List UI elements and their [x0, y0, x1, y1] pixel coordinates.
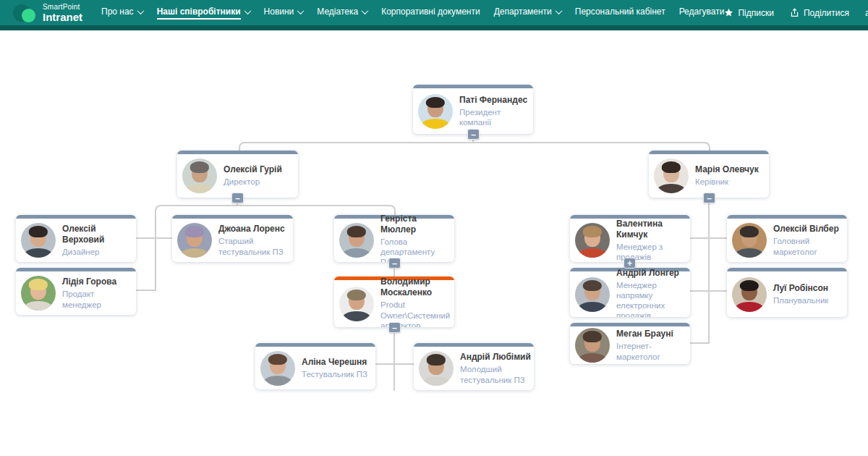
org-card-designer[interactable]: Олексій Верховий Дизайнер — [16, 215, 136, 262]
org-card-tester[interactable]: Аліна Черешня Тестувальник ПЗ — [255, 343, 375, 389]
chevron-down-icon — [297, 7, 305, 14]
avatar — [418, 94, 453, 129]
nav-item-corporate-documents[interactable]: Корпоративні документи — [381, 7, 480, 20]
logo-text: SmartPoint Intranet — [43, 4, 82, 22]
avatar — [182, 159, 217, 193]
logo-line2: Intranet — [43, 12, 82, 22]
employee-name: Валентина Кимчук — [616, 219, 687, 240]
employee-title: Керівник — [695, 177, 759, 187]
employee-name: Володимир Москаленко — [380, 276, 451, 298]
nav-item-label: Про нас — [101, 7, 134, 20]
org-card-president[interactable]: Паті Фернандес Президент компанії — [413, 85, 533, 134]
nav-item-edit[interactable]: Редагувати — [679, 7, 725, 20]
nav-item-departments[interactable]: Департаменти — [494, 7, 561, 20]
avatar — [654, 159, 689, 193]
org-card-product-manager[interactable]: Лідія Горова Продакт менеджер — [16, 268, 136, 315]
collapse-toggle[interactable]: – — [703, 193, 715, 203]
avatar — [419, 351, 454, 386]
org-card-director[interactable]: Олексій Гурій Директор — [177, 151, 298, 198]
nav-item-label: Новини — [264, 7, 294, 20]
connector-line — [155, 211, 156, 291]
subscriptions-button[interactable]: Підписки — [724, 8, 773, 18]
connector-line — [690, 237, 728, 239]
main-menu: Про нас Наші співробітники Новини Медіат… — [101, 7, 724, 20]
avatar — [339, 287, 374, 321]
employee-title: Старший тестувальник ПЗ — [218, 236, 290, 256]
org-card-internet-marketer[interactable]: Меган Брауні Інтернет-маркетолог — [570, 323, 690, 364]
avatar — [575, 223, 610, 258]
employee-title: Молодший тестувальник ПЗ — [460, 364, 531, 384]
employee-title: Головний маркетолог — [773, 236, 844, 256]
avatar — [732, 277, 767, 312]
employee-title: Менеджер напрямку електронних продажів — [616, 280, 687, 317]
employee-title: Дизайнер — [62, 247, 133, 257]
connector-line — [375, 363, 414, 365]
share-icon — [790, 8, 799, 17]
org-card-planner[interactable]: Луї Робінсон Планувальник — [727, 268, 847, 317]
logo-icon — [13, 2, 38, 24]
employee-name: Генріста Мюллер — [380, 215, 451, 235]
expand-toggle[interactable]: + — [624, 258, 636, 269]
avatar — [21, 276, 56, 311]
org-card-chief-marketer[interactable]: Олексій Вілбер Головний маркетолог — [727, 215, 847, 262]
org-card-senior-tester[interactable]: Джоана Лоренс Старший тестувальник ПЗ — [172, 215, 293, 262]
employee-name: Паті Фернандес — [459, 95, 530, 106]
connector-line — [136, 290, 156, 291]
star-icon — [724, 8, 733, 17]
collapse-toggle[interactable]: – — [231, 193, 244, 203]
org-card-rd-head[interactable]: Генріста Мюллер Голова департаменту R&D — [334, 215, 454, 262]
nav-item-about[interactable]: Про нас — [101, 7, 143, 20]
collapse-toggle[interactable]: – — [388, 258, 401, 269]
chevron-down-icon — [362, 7, 369, 14]
employee-name: Аліна Черешня — [302, 357, 367, 368]
chevron-down-icon — [555, 7, 562, 14]
chevron-down-icon — [244, 7, 251, 14]
share-button[interactable]: Поділитися — [790, 8, 849, 18]
employee-name: Олексій Верховий — [62, 224, 133, 245]
top-navigation: SmartPoint Intranet Про нас Наші співроб… — [0, 0, 868, 25]
avatar — [260, 351, 295, 386]
avatar — [21, 223, 56, 258]
avatar — [575, 328, 610, 363]
employee-name: Олексій Гурій — [224, 164, 282, 175]
avatar — [339, 223, 374, 258]
nav-item-news[interactable]: Новини — [264, 7, 304, 20]
subscriptions-label: Підписки — [738, 8, 773, 18]
org-card-sales-manager[interactable]: Валентина Кимчук Менеджер з продажів — [570, 215, 690, 262]
employee-title: Президент компанії — [459, 107, 530, 127]
nav-item-label: Редагувати — [679, 7, 725, 20]
employee-name: Меган Брауні — [616, 329, 687, 339]
language-selector[interactable]: англійська — [865, 8, 868, 18]
nav-item-label: Наші співробітники — [157, 7, 241, 20]
employee-name: Марія Олевчук — [695, 164, 759, 175]
language-label: англійська — [865, 8, 868, 18]
nav-item-our-employees[interactable]: Наші співробітники — [157, 7, 250, 20]
employee-name: Джоана Лоренс — [218, 224, 290, 235]
nav-item-personal-cabinet[interactable]: Персональний кабінет — [575, 7, 665, 20]
nav-item-label: Медіатека — [317, 7, 358, 20]
collapse-toggle[interactable]: – — [467, 129, 480, 140]
org-card-product-owner-highlighted[interactable]: Володимир Москаленко Produt Owner\Систем… — [334, 276, 454, 327]
avatar — [575, 277, 610, 312]
org-chart-page: SmartPoint Intranet Про нас Наші співроб… — [0, 0, 868, 456]
employee-name: Андрій Лонгер — [616, 268, 687, 279]
connector-line — [708, 197, 710, 344]
nav-bottom-strip — [0, 25, 868, 30]
logo-line1: SmartPoint — [43, 4, 82, 11]
org-card-esales-manager[interactable]: Андрій Лонгер Менеджер напрямку електрон… — [570, 268, 690, 317]
org-card-junior-tester[interactable]: Андрій Любімий Молодший тестувальник ПЗ — [414, 343, 534, 390]
avatar — [177, 223, 212, 258]
nav-item-label: Персональний кабінет — [575, 7, 665, 20]
nav-right-group: Підписки Поділитися англійська — [724, 8, 868, 18]
org-card-manager[interactable]: Марія Олевчук Керівник — [649, 151, 769, 198]
collapse-toggle[interactable]: – — [388, 322, 401, 333]
share-label: Поділитися — [804, 8, 849, 18]
chevron-down-icon — [137, 7, 144, 14]
employee-title: Директор — [224, 177, 282, 187]
nav-item-media[interactable]: Медіатека — [317, 7, 367, 20]
avatar — [732, 223, 767, 258]
connector-line — [393, 326, 395, 391]
nav-item-label: Департаменти — [494, 7, 552, 20]
employee-name: Лідія Горова — [62, 276, 133, 287]
logo[interactable]: SmartPoint Intranet — [13, 2, 82, 24]
